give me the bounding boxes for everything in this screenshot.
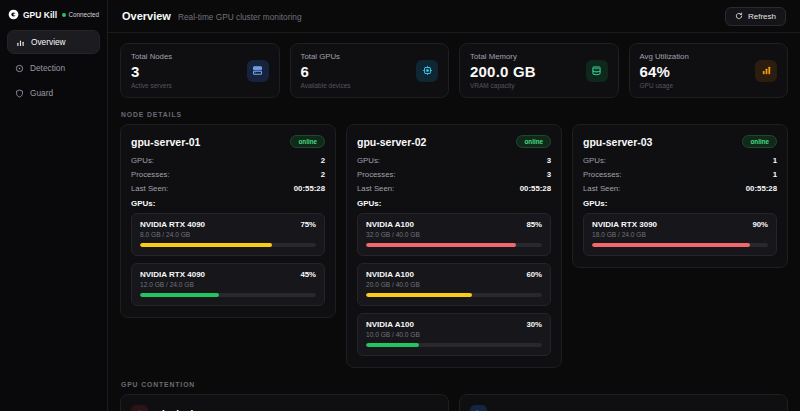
node-stat-last-seen: Last Seen:00:55:28 <box>131 184 325 193</box>
main-area: Overview Real-time GPU cluster monitorin… <box>108 0 800 411</box>
server-icon <box>247 60 269 82</box>
utilization-bar-fill <box>366 343 419 347</box>
utilization-bar-fill <box>366 243 516 247</box>
content: Total Nodes 3 Active servers T <box>108 33 800 411</box>
gpu-name: NVIDIA RTX 4090 <box>140 220 205 229</box>
top-users-card: Top Users 1 charlie 85% <box>459 394 788 411</box>
gpu-card: NVIDIA RTX 4090 45% 12.0 GB / 24.0 GB <box>131 263 325 306</box>
utilization-bar-fill <box>366 293 472 297</box>
node-stat-gpus: GPUs:1 <box>583 156 777 165</box>
gpu-name: NVIDIA RTX 4090 <box>140 270 205 279</box>
gpu-kill-logo-icon <box>8 9 19 20</box>
node-card-gpu-server-02: gpu-server-02 online GPUs:3 Processes:3 … <box>346 124 562 368</box>
gpu-memory: 20.0 GB / 40.0 GB <box>366 281 542 288</box>
bars-icon <box>755 60 777 82</box>
stats-row: Total Nodes 3 Active servers T <box>120 43 788 98</box>
utilization-bar <box>140 243 316 247</box>
node-stat-processes: Processes:1 <box>583 170 777 179</box>
logo-row: GPU Kill Connected <box>7 7 100 30</box>
node-name: gpu-server-03 <box>583 136 652 148</box>
node-name: gpu-server-02 <box>357 136 426 148</box>
stat-title: Total GPUs <box>301 52 351 61</box>
logo: GPU Kill <box>8 9 57 20</box>
status-badge: online <box>516 135 551 148</box>
node-stat-gpus: GPUs:3 <box>357 156 551 165</box>
stat-title: Total Nodes <box>131 52 172 61</box>
utilization-bar <box>366 343 542 347</box>
utilization-bar-fill <box>140 243 272 247</box>
stat-card-avg-utilization: Avg Utilization 64% GPU usage <box>629 43 789 98</box>
gpu-utilization: 60% <box>526 270 542 279</box>
sidebar-item-overview[interactable]: Overview <box>7 30 100 54</box>
gpu-list-label: GPUs: <box>357 199 551 208</box>
gpu-card: NVIDIA A100 85% 32.0 GB / 40.0 GB <box>357 213 551 256</box>
database-icon <box>586 60 608 82</box>
section-label-gpu-contention: GPU CONTENTION <box>121 381 788 388</box>
stat-value: 3 <box>131 63 172 80</box>
sidebar-item-guard[interactable]: Guard <box>7 82 100 104</box>
gpu-card: NVIDIA A100 30% 10.0 GB / 40.0 GB <box>357 313 551 356</box>
gpu-utilization: 45% <box>300 270 316 279</box>
gpu-name: NVIDIA A100 <box>366 320 414 329</box>
warning-triangle-icon <box>131 405 148 411</box>
gpu-card: NVIDIA RTX 4090 75% 8.0 GB / 24.0 GB <box>131 213 325 256</box>
node-card-gpu-server-03: gpu-server-03 online GPUs:1 Processes:1 … <box>572 124 788 268</box>
gpu-memory: 18.0 GB / 24.0 GB <box>592 231 768 238</box>
stat-title: Total Memory <box>470 52 536 61</box>
utilization-bar <box>140 293 316 297</box>
bar-chart-icon <box>16 38 25 47</box>
node-name: gpu-server-01 <box>131 136 200 148</box>
app-window: GPU Kill Connected Overview Detection Gu… <box>0 0 800 411</box>
refresh-icon <box>735 12 743 20</box>
status-badge: online <box>742 135 777 148</box>
utilization-bar <box>592 243 768 247</box>
utilization-bar <box>366 243 542 247</box>
app-name: GPU Kill <box>23 10 57 20</box>
gpu-list-label: GPUs: <box>131 199 325 208</box>
connected-dot-icon <box>62 13 66 17</box>
gpu-card: NVIDIA RTX 3090 90% 18.0 GB / 24.0 GB <box>583 213 777 256</box>
sidebar-item-label: Overview <box>31 37 66 47</box>
stat-subtitle: VRAM capacity <box>470 82 536 89</box>
gpu-memory: 32.0 GB / 40.0 GB <box>366 231 542 238</box>
gpu-name: NVIDIA A100 <box>366 220 414 229</box>
stat-title: Avg Utilization <box>640 52 689 61</box>
page-title: Overview <box>122 10 171 22</box>
contention-row: Blocked GPUs NVIDIA RTX 3090 (node-003) … <box>120 394 788 411</box>
stat-card-total-nodes: Total Nodes 3 Active servers <box>120 43 280 98</box>
utilization-bar <box>366 293 542 297</box>
stat-subtitle: Available devices <box>301 82 351 89</box>
status-badge: online <box>290 135 325 148</box>
gpu-memory: 12.0 GB / 24.0 GB <box>140 281 316 288</box>
page-subtitle: Real-time GPU cluster monitoring <box>178 12 302 22</box>
users-icon <box>470 405 487 411</box>
node-stat-processes: Processes:3 <box>357 170 551 179</box>
sidebar: GPU Kill Connected Overview Detection Gu… <box>0 0 108 411</box>
connection-status: Connected <box>62 11 99 18</box>
gpu-utilization: 85% <box>526 220 542 229</box>
stat-value: 200.0 GB <box>470 63 536 80</box>
stat-value: 64% <box>640 63 689 80</box>
node-stat-processes: Processes:2 <box>131 170 325 179</box>
section-label-node-details: NODE DETAILS <box>121 111 788 118</box>
shield-icon <box>15 89 24 98</box>
gpu-utilization: 75% <box>300 220 316 229</box>
page-header: Overview Real-time GPU cluster monitorin… <box>108 0 800 33</box>
blocked-gpus-card: Blocked GPUs NVIDIA RTX 3090 (node-003) … <box>120 394 449 411</box>
stat-card-total-gpus: Total GPUs 6 Available devices <box>290 43 450 98</box>
nodes-row: gpu-server-01 online GPUs:2 Processes:2 … <box>120 124 788 368</box>
stat-value: 6 <box>301 63 351 80</box>
gpu-utilization: 90% <box>752 220 768 229</box>
sidebar-item-label: Guard <box>30 88 53 98</box>
sidebar-item-label: Detection <box>30 63 65 73</box>
utilization-bar-fill <box>592 243 750 247</box>
gpu-memory: 10.0 GB / 40.0 GB <box>366 331 542 338</box>
refresh-button[interactable]: Refresh <box>725 7 786 26</box>
sidebar-item-detection[interactable]: Detection <box>7 57 100 79</box>
gpu-name: NVIDIA A100 <box>366 270 414 279</box>
gpu-card: NVIDIA A100 60% 20.0 GB / 40.0 GB <box>357 263 551 306</box>
node-stat-last-seen: Last Seen:00:55:28 <box>357 184 551 193</box>
gpu-list-label: GPUs: <box>583 199 777 208</box>
node-stat-last-seen: Last Seen:00:55:28 <box>583 184 777 193</box>
node-card-gpu-server-01: gpu-server-01 online GPUs:2 Processes:2 … <box>120 124 336 318</box>
